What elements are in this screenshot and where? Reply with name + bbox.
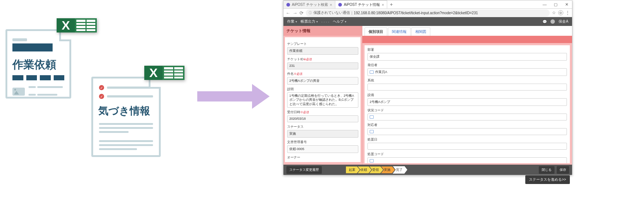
save-button[interactable]: 保存 (557, 166, 569, 174)
arrow-right-icon (197, 84, 270, 109)
rescode-field[interactable] (367, 157, 567, 163)
menu-work[interactable]: 作業 ▾ (287, 19, 297, 24)
responder-label: 対応者 (367, 123, 567, 127)
system-label: 系統 (367, 78, 567, 83)
check-icon: ✓ (99, 94, 104, 99)
browser-url-bar: ← → ⟳ ⓘ 保護されていない通信 | 192.168.0.80:18080/… (283, 9, 572, 17)
profile-icon[interactable]: ⊖ (558, 10, 563, 15)
wf-step-draft[interactable]: 起案 (346, 166, 360, 173)
address-input[interactable]: ⓘ 保護されていない通信 | 192.168.0.80:18080/AIPOST… (306, 9, 550, 16)
description-label: 説明 (287, 87, 358, 92)
system-field[interactable] (367, 84, 567, 91)
ticket-info-panel: チケット情報 テンプレート 作業依頼 チケットID※必須 231 件名※必須 2… (283, 26, 362, 165)
panel-header: チケット情報 (283, 26, 362, 36)
browser-tab-title: AiPOST チケット情報 (344, 2, 380, 7)
tab-correlation[interactable]: 相関図 (411, 27, 430, 36)
status-history-button[interactable]: ステータス変更履歴 (286, 166, 322, 174)
close-icon[interactable]: × (382, 3, 384, 7)
template-field: 作業依頼 (287, 47, 358, 55)
document-card-work-request: 作業依頼 (5, 29, 71, 99)
responder-field[interactable] (367, 128, 567, 135)
browser-titlebar: AiPOST チケット検索 × AiPOST チケット情報 × + — ▢ ✕ (283, 0, 572, 9)
nav-back-button[interactable]: ← (286, 10, 290, 16)
sitcode-field[interactable] (367, 114, 567, 120)
resdate-field[interactable] (367, 143, 567, 150)
window-maximize-button[interactable]: ▢ (550, 0, 561, 8)
browser-tab-inactive[interactable]: AiPOST チケット検索 × (283, 0, 335, 8)
issuer-field[interactable]: 作業員A (367, 68, 567, 76)
docno-field[interactable]: 依頼-0005 (287, 145, 358, 153)
doc-label: 作業依頼 (7, 57, 69, 75)
detail-tabs: 個別項目 関連情報 相関図 (362, 26, 572, 36)
description-field[interactable]: 1号機の定期点検を行っているとき、2号機Aポンプからの異音が確認された。B,Cポ… (287, 92, 358, 108)
menu-help[interactable]: ヘルプ ▾ (333, 19, 346, 24)
sitcode-label: 状況コード (367, 108, 567, 113)
insecure-icon: ⓘ (309, 11, 312, 15)
subject-field[interactable]: 2号機Aポンプの異音 (287, 77, 358, 85)
check-icon: ✓ (99, 85, 104, 90)
tab-related[interactable]: 関連情報 (388, 27, 411, 36)
workflow-steps: 起案 依頼 受領 実施 完了 (346, 166, 407, 174)
footer-bar: ステータス変更履歴 起案 依頼 受領 実施 完了 閉じる 保存 (283, 165, 572, 175)
accent-bar (362, 36, 572, 43)
user-avatar-icon[interactable] (550, 19, 555, 24)
lookup-icon[interactable] (370, 70, 374, 74)
nav-forward-button[interactable]: → (293, 10, 297, 16)
user-name: 保全A (559, 19, 568, 24)
advance-status-button[interactable]: ステータスを進める>> (525, 175, 570, 184)
equip-field[interactable]: 2号機Aポンプ (367, 98, 567, 106)
url-text: 192.168.0.80:18080/AIPOST/ticket/ticket-… (354, 11, 478, 15)
lookup-icon[interactable] (370, 159, 374, 162)
lookup-icon[interactable] (370, 130, 374, 133)
favicon-icon (338, 3, 342, 7)
ticket-id-field: 231 (287, 62, 358, 69)
excel-icon: X (144, 66, 184, 80)
tab-individual[interactable]: 個別項目 (365, 27, 387, 36)
browser-tab-active[interactable]: AiPOST チケット情報 × (335, 0, 387, 8)
favicon-icon (286, 3, 290, 7)
new-tab-button[interactable]: + (387, 0, 395, 8)
ticket-id-label: チケットID※必須 (287, 57, 358, 62)
app-menu-bar: 作業 ▾ 帳票出力 ▾ - - - - ヘルプ ▾ 💬 保全A (283, 17, 572, 26)
browser-window: AiPOST チケット検索 × AiPOST チケット情報 × + — ▢ ✕ … (283, 0, 572, 175)
issuer-label: 発信者 (367, 63, 567, 68)
detail-panel: 個別項目 関連情報 相関図 部署 保全課 発信者 作業員A 系統 設備 2号機A… (362, 26, 572, 165)
dept-label: 部署 (367, 47, 567, 52)
template-label: テンプレート (287, 42, 358, 46)
menu-report[interactable]: 帳票出力 ▾ (301, 19, 318, 24)
kebab-menu-icon[interactable]: ⋮ (565, 10, 570, 15)
subject-label: 件名※必須 (287, 72, 358, 76)
received-label: 受付日時※必須 (287, 110, 358, 115)
window-close-button[interactable]: ✕ (561, 0, 572, 8)
excel-icon: X (57, 18, 97, 32)
rescode-label: 処置コード (367, 152, 567, 157)
received-field[interactable]: 2020/03/18 (287, 115, 358, 122)
doc-label: 気づき情報 (93, 103, 159, 121)
owner-label: オーナー (287, 155, 358, 160)
wf-step-done[interactable]: 完了 (393, 166, 407, 174)
close-button[interactable]: 閉じる (539, 166, 555, 174)
insecure-label: 保護されていない通信 (313, 10, 350, 15)
docno-label: 文書管理番号 (287, 140, 358, 145)
nav-reload-button[interactable]: ⟳ (300, 10, 304, 16)
window-minimize-button[interactable]: — (539, 0, 550, 8)
document-card-notice-info: ✓ ✓ 気づき情報 (91, 77, 161, 157)
close-icon[interactable]: × (330, 3, 332, 7)
status-field: 実施 (287, 130, 358, 138)
equip-label: 設備 (367, 93, 567, 97)
browser-tab-title: AiPOST チケット検索 (292, 2, 328, 7)
chat-icon[interactable]: 💬 (542, 20, 547, 24)
status-label: ステータス (287, 124, 358, 129)
dept-field[interactable]: 保全課 (367, 53, 567, 61)
resdate-label: 処置日 (367, 137, 567, 142)
lookup-icon[interactable] (370, 115, 374, 119)
star-icon[interactable]: ☆ (552, 10, 556, 15)
